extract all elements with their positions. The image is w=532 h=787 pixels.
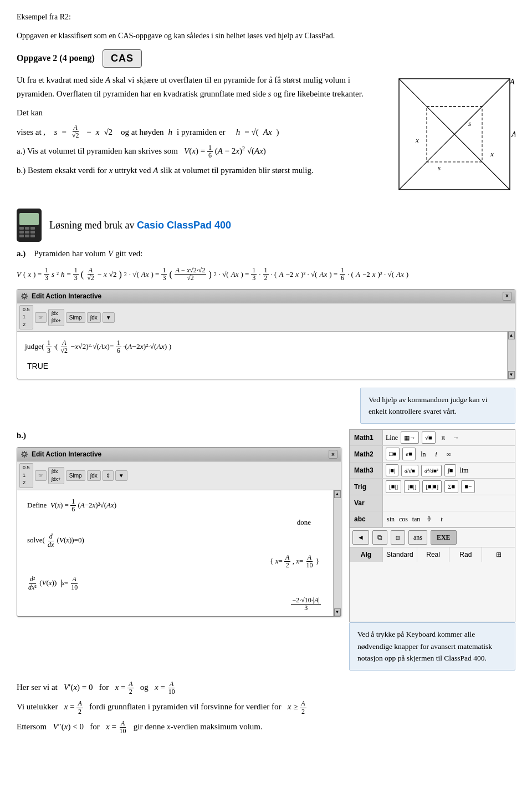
kbd-t[interactable]: t (437, 514, 447, 524)
kbd-arrow[interactable]: → (451, 433, 461, 443)
note-b-text: Ved å trykke på Keyboard kommer alle nød… (357, 630, 492, 662)
kbd-bottom-standard[interactable]: Standard (383, 547, 417, 562)
sol-a-marker: a.) (17, 249, 25, 258)
kbd-ln[interactable]: ln (418, 449, 428, 459)
frac-1-6: 1 6 (207, 144, 213, 159)
scroll-track-a (508, 339, 515, 370)
toolbar-btn-b-fdx1[interactable]: ∫dx∫dx+ (48, 467, 64, 484)
kbd-i[interactable]: i (431, 449, 441, 459)
kbd-inf[interactable]: ∞ (444, 449, 454, 459)
scrollbar-b: ▲ ▼ (333, 490, 341, 616)
kbd-bracket2[interactable]: [■|] (404, 480, 420, 493)
kbd-sigma[interactable]: Σ■ (444, 480, 458, 493)
kbd-sqrt[interactable]: √■ (422, 431, 436, 444)
scroll-down-a[interactable]: ▼ (508, 371, 515, 379)
toolbar-btn-b-hand[interactable]: ☞ (35, 470, 47, 481)
eai-panel-a: Edit Action Interactive × 0.512 ☞ ∫dx∫dx… (17, 289, 515, 379)
det-kan-text: Det kan (17, 106, 371, 120)
kbd-exp[interactable]: e■ (402, 448, 416, 460)
kbd-sin[interactable]: sin (386, 514, 396, 524)
kbd-integral[interactable]: ∫■ (444, 464, 457, 477)
kbd-math1-keys: Line ▦→ √■ π → (383, 430, 515, 446)
scrollbar-a: ▲ ▼ (507, 332, 515, 378)
scroll-up-b[interactable]: ▲ (334, 490, 341, 498)
kbd-math1-label: Math1 (350, 430, 383, 446)
eai-content-b: Define V(x) = 16 (A−2x)²√(Ax) done solve… (17, 490, 341, 616)
kbd-var-keys (383, 495, 515, 511)
scroll-track-b (334, 498, 341, 608)
kbd-bottom-icon[interactable]: ⊞ (482, 547, 515, 562)
kbd-var-label: Var (350, 495, 383, 511)
toolbar-btn-fdx2[interactable]: ∫dx (87, 312, 101, 323)
main-content: Ut fra et kvadrat med side A skal vi skj… (17, 73, 515, 199)
kbd-trig-other[interactable]: ■− (461, 480, 475, 493)
result-true: TRUE (23, 358, 502, 374)
kbd-math3-label: Math3 (350, 463, 383, 479)
scroll-down-b[interactable]: ▼ (334, 608, 341, 616)
kbd-deriv2[interactable]: d²/d■² (421, 465, 442, 476)
long-formula: V(x) = 13 s²h = 13 ( A√2 − x√2 )2 · √(Ax… (17, 266, 515, 283)
toolbar-btn-b-fdx2[interactable]: ∫dx (87, 470, 101, 481)
kbd-bottom-alg[interactable]: Alg (350, 547, 383, 562)
panel-col-b: b.) Edit Action Interactive × 0.512 ☞ ∫d… (17, 429, 341, 622)
kbd-pi[interactable]: π (438, 433, 448, 443)
eai-content-a: judge( 13 ·( A√2 −x√2)²·√(Ax)= 16 ·(A−2x… (17, 332, 515, 378)
kbd-copy2[interactable]: ⧈ (391, 530, 405, 545)
kbd-matrix[interactable]: ▦→ (401, 431, 419, 444)
kbd-bracket3[interactable]: [■|■] (422, 480, 442, 493)
svg-line-7 (399, 79, 427, 106)
kbd-math2-row: Math2 □■ e■ ln i ∞ (350, 446, 515, 463)
kbd-ans[interactable]: ans (408, 530, 427, 545)
svg-text:x: x (415, 136, 419, 144)
kbd-abc-keys: sin cos tan θ t (383, 511, 515, 527)
solution-header: Løsning med bruk av Casio ClassPad 400 (17, 209, 515, 242)
kbd-cos[interactable]: cos (398, 514, 408, 524)
eai-close-b[interactable]: × (329, 450, 337, 459)
kbd-copy1[interactable]: ⧉ (372, 530, 387, 545)
kbd-bottom-real[interactable]: Real (417, 547, 450, 562)
kbd-exe[interactable]: EXE (431, 530, 457, 545)
kbd-nav-left[interactable]: ◄ (352, 530, 369, 545)
kbd-trig-keys: [■|] [■|] [■|■] Σ■ ■− (383, 479, 515, 495)
kbd-line[interactable]: Line (386, 433, 398, 443)
b-label-row: b.) (17, 429, 341, 442)
toolbar-btn-arrow[interactable]: ▼ (103, 312, 115, 323)
toolbar-btn-simp[interactable]: Simp (66, 312, 85, 323)
define-line: Define V(x) = 16 (A−2x)²√(Ax) (23, 495, 328, 517)
done-text: done (23, 517, 328, 528)
svg-text:s: s (438, 164, 441, 172)
toolbar-btn-b-arrows[interactable]: ⇕ (103, 470, 114, 481)
kbd-math1-row: Math1 Line ▦→ √■ π → (350, 430, 515, 446)
kbd-theta[interactable]: θ (424, 514, 434, 524)
toolbar-btn-hand[interactable]: ☞ (35, 312, 47, 323)
sub-b-question: b.) Bestem eksakt verdi for x uttrykt ve… (17, 164, 371, 177)
section-b-row: b.) Edit Action Interactive × 0.512 ☞ ∫d… (17, 429, 515, 622)
toolbar-btn-b-arrow[interactable]: ▼ (115, 470, 127, 481)
eai-formula-a: judge( 13 ·( A√2 −x√2)²·√(Ax)= 16 ·(A−2x… (17, 332, 507, 378)
formula-s-line: vises at , s = A √2 − x√2 og at høyden h… (17, 124, 371, 139)
task-body: Ut fra et kvadrat med side A skal vi skj… (17, 73, 371, 101)
toolbar-btn-05[interactable]: 0.512 (19, 305, 33, 330)
kbd-bracket1[interactable]: [■|] (386, 480, 401, 493)
second-result: −2·√10·|A| 3 (23, 597, 328, 612)
toolbar-btn-b-05[interactable]: 0.512 (19, 463, 33, 488)
solution-title: Løsning med bruk av Casio ClassPad 400 (49, 218, 231, 233)
solve-line: solve( d dx (V(x))=0) (23, 530, 328, 552)
eai-titlebar-b: Edit Action Interactive × (17, 448, 341, 461)
kbd-bottom-rad[interactable]: Rad (449, 547, 482, 562)
eai-close-a[interactable]: × (503, 292, 511, 301)
text-column: Ut fra et kvadrat med side A skal vi skj… (17, 73, 371, 199)
kbd-tan[interactable]: tan (411, 514, 421, 524)
kbd-lim[interactable]: lim (459, 465, 469, 475)
conclusion-ettersom: Ettersom V″(x) < 0 for x = A10 gir denne… (17, 720, 515, 735)
toolbar-btn-b-simp[interactable]: Simp (66, 470, 85, 481)
kbd-nav-row: ◄ ⧉ ⧈ ans EXE (350, 527, 515, 547)
toolbar-btn-fdx1[interactable]: ∫dx∫dx+ (48, 309, 64, 326)
kbd-square[interactable]: □■ (386, 448, 400, 460)
kbd-deriv[interactable]: d/d■ (401, 465, 418, 476)
note-a-wrapper: Ved hjelp av kommandoen judge kan vi enk… (17, 385, 515, 424)
eai-title-a-text: Edit Action Interactive (32, 291, 101, 301)
scroll-up-a[interactable]: ▲ (508, 332, 515, 339)
kbd-abs[interactable]: |■| (386, 464, 398, 477)
brand-name: Casio ClassPad 400 (137, 220, 231, 231)
